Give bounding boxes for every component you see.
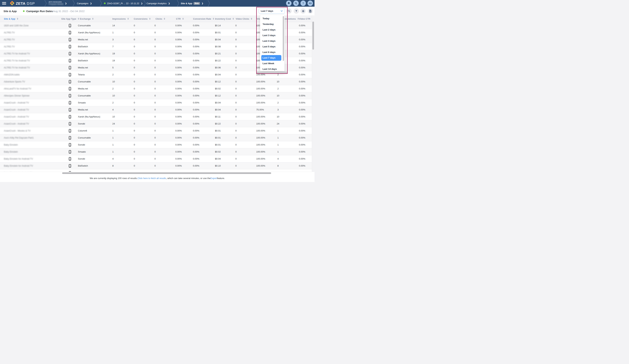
table-cell: 0 (134, 99, 135, 106)
mobile-phone-icon (69, 108, 71, 111)
horizontal-scrollbar-thumb[interactable] (62, 172, 271, 174)
column-label: Site & App (4, 17, 15, 20)
table-cell: 0 (155, 134, 156, 141)
column-label: CTR (176, 17, 181, 20)
hamburger-menu-icon[interactable] (2, 2, 6, 4)
table-cell: 0 (134, 92, 135, 99)
breadcrumb-ziao-32267-pi-22-10-11-2[interactable]: ZIAO-32267_Pi ... 22 - 10.11.22❯ (104, 0, 143, 7)
table-cell: 0.00% (193, 36, 199, 43)
global-search-icon[interactable] (293, 0, 299, 6)
column-label: Conversions (134, 17, 148, 20)
dropdown-bottom-scrollbar[interactable] (257, 72, 287, 73)
dropdown-option-last-5-days[interactable]: Last 5 days (260, 44, 282, 49)
table-cell: 0 (134, 141, 135, 148)
table-cell: 0 (155, 36, 156, 43)
column-header-conv_rate[interactable]: Conversion Rate (193, 15, 214, 22)
dropdown-option-yesterday[interactable]: Yesterday (260, 21, 282, 27)
dropdown-option-last-7-days[interactable]: Last 7 days (261, 55, 281, 61)
column-header-clicks[interactable]: Clicks (156, 15, 165, 22)
table-cell: 0 (155, 148, 156, 155)
table-row: Allrecipes Dinner SpinnerConsumable10000… (0, 92, 312, 99)
notifications-bell-icon[interactable] (286, 0, 292, 6)
dropdown-option-today[interactable]: Today (260, 16, 282, 21)
column-header-impressions[interactable]: Impressions (112, 15, 129, 22)
table-cell: $0.21 (215, 50, 221, 57)
table-search-icon[interactable] (287, 8, 292, 14)
dropdown-scrollbar-thumb[interactable] (283, 16, 284, 61)
breadcrumb-campaigns[interactable]: Campaigns❯ (77, 0, 92, 7)
table-cell: 0.00% (193, 148, 199, 155)
chevron-right-icon: ❯ (168, 2, 170, 4)
breadcrumb-prepaid-media[interactable]: ZETA MANAGEDPrepaid Media❯ (49, 0, 67, 7)
table-cell: 0.00% (193, 92, 199, 99)
column-header-site[interactable]: Site & App (4, 15, 18, 22)
table-cell: 0.00% (193, 106, 199, 113)
table-cell: 75.00% (256, 106, 264, 113)
mobile-phone-icon (69, 122, 71, 126)
table-cell: BidSwitch (78, 162, 88, 169)
fetch-all-results-link[interactable]: Click here to fetch all results (138, 177, 166, 180)
table-cell: 1 (112, 148, 114, 155)
zeta-dsp-app: ZETA DSP ZETA MANAGEDPrepaid Media❯Campa… (0, 0, 314, 182)
export-document-icon[interactable] (308, 8, 313, 14)
table-cell: 1 (112, 29, 114, 36)
mobile-phone-icon (69, 24, 71, 27)
table-cell: Consumable (78, 92, 91, 99)
table-cell: 0 (235, 36, 237, 43)
breadcrumb-campaign-analytics[interactable]: Campaign Analytics❯ (147, 0, 170, 7)
table-cell: 1 (273, 148, 283, 155)
table-row: Baby Einstein for Android TVMedia.net200… (0, 169, 312, 172)
table-cell: 0 (235, 85, 237, 92)
mobile-phone-icon (69, 45, 71, 48)
avatar[interactable]: AS (308, 0, 313, 6)
table-cell: 0 (235, 120, 237, 127)
table-cell: 0 (134, 71, 135, 78)
column-header-inv_cost[interactable]: Inventory Cost (215, 15, 234, 22)
date-range-select[interactable]: Last 7 days (259, 8, 285, 14)
table-cell: $0.01 (215, 134, 221, 141)
table-cell: 0.00% (299, 36, 305, 43)
column-header-type[interactable]: Site App Type (61, 15, 79, 22)
column-header-video_clicks[interactable]: Video Clicks (236, 15, 252, 22)
table-cell: ALTRD.TV (4, 36, 15, 43)
table-cell: 0.00% (175, 162, 182, 169)
vertical-scrollbar-thumb[interactable] (313, 22, 314, 50)
chevron-right-icon: ❯ (202, 2, 203, 4)
table-cell: Baby Einstein (4, 148, 18, 155)
table-cell: AsianCrush - Android TV (4, 113, 29, 120)
dropdown-option-last-4-days[interactable]: Last 4 days (260, 38, 282, 44)
table-cell: 0.00% (299, 71, 305, 78)
table-cell: 0 (134, 36, 135, 43)
table-cell: 0.00% (175, 71, 182, 78)
dropdown-option-last-2-days[interactable]: Last 2 days (260, 27, 282, 33)
dropdown-option-last-6-days[interactable]: Last 6 days (260, 49, 282, 55)
table-cell: AsianCrush - Movies & TV (4, 127, 30, 134)
table-cell: $0.01 (215, 141, 221, 148)
dropdown-option-last-14-days[interactable]: Last 14 days (260, 66, 282, 72)
table-cell: 0 (134, 162, 135, 169)
brand-dsp: DSP (27, 1, 35, 6)
table-cell: Sonobi (78, 141, 85, 148)
dropdown-option-last-3-days[interactable]: Last 3 days (260, 33, 282, 38)
column-header-vctr[interactable]: Video CTR (299, 15, 314, 22)
settings-gear-icon[interactable] (301, 8, 306, 14)
chevron-right-icon: ❯ (141, 2, 143, 4)
mobile-phone-icon (69, 94, 71, 97)
table-cell: 0 (134, 85, 135, 92)
table-cell: 0 (235, 50, 237, 57)
filter-funnel-icon[interactable] (294, 8, 299, 14)
dropdown-option-last-week[interactable]: Last Week (260, 61, 282, 66)
breadcrumb-site-app[interactable]: Site & AppBeta❯ (181, 0, 203, 7)
table-cell: BidSwitch (78, 57, 88, 64)
table-cell: $0.02 (215, 169, 221, 172)
table-cell: AMAZON.tubitv (4, 71, 20, 78)
help-icon[interactable]: ? (301, 0, 306, 6)
beta-badge: Beta (194, 2, 200, 5)
table-cell: Sonobi (78, 120, 85, 127)
column-header-conversions[interactable]: Conversions (134, 15, 151, 22)
column-header-ctr[interactable]: CTR (176, 15, 184, 22)
column-header-exchange[interactable]: Exchange (80, 15, 94, 22)
table-row: AsianCrush - Android TVSonobi24000.00%0.… (0, 120, 312, 127)
mobile-phone-icon (69, 164, 71, 168)
export-link[interactable]: Export (210, 177, 217, 180)
